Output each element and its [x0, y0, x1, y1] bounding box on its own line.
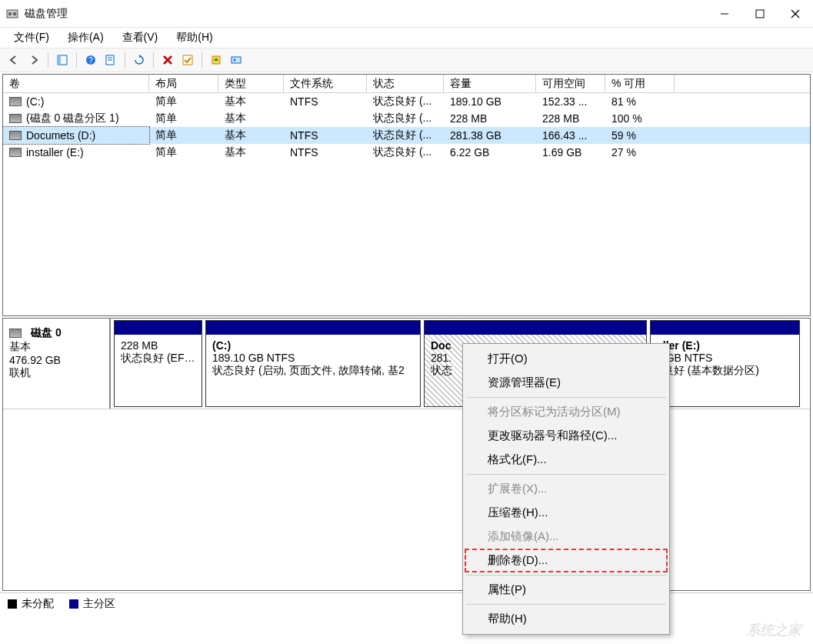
context-item: 扩展卷(X)...: [465, 477, 668, 501]
partition-status: 状态良好 (启动, 页面文件, 故障转储, 基2: [212, 364, 414, 378]
column-status[interactable]: 状态: [367, 75, 444, 92]
volume-row[interactable]: installer (E:) 简单 基本 NTFS 状态良好 (... 6.22…: [3, 144, 810, 161]
context-item[interactable]: 打开(O): [465, 347, 668, 371]
volume-name: Documets (D:): [26, 129, 95, 142]
context-item[interactable]: 格式化(F)...: [465, 448, 668, 472]
window-title: 磁盘管理: [25, 7, 68, 21]
svg-rect-1: [8, 12, 12, 15]
context-item[interactable]: 删除卷(D)...: [465, 549, 668, 572]
volume-capacity: 281.38 GB: [444, 127, 536, 144]
volume-type: 基本: [218, 93, 284, 110]
title-bar: 磁盘管理: [0, 0, 813, 28]
disk-icon: [9, 329, 22, 338]
settings-button[interactable]: [227, 51, 245, 69]
volume-icon: [9, 131, 22, 140]
partition-size: 189.10 GB NTFS: [212, 352, 414, 364]
partition[interactable]: 228 MB 状态良好 (EFI 系: [114, 320, 202, 407]
context-separator: [466, 474, 666, 475]
legend-unallocated-icon: [8, 599, 17, 609]
context-menu: 打开(O)资源管理器(E)将分区标记为活动分区(M)更改驱动器号和路径(C)..…: [462, 343, 670, 635]
help-button[interactable]: ?: [82, 51, 100, 69]
column-free[interactable]: 可用空间: [536, 75, 605, 92]
legend-primary-icon: [69, 599, 78, 609]
volume-free: 1.69 GB: [536, 144, 605, 161]
disk-graphic-panel: 磁盘 0 基本 476.92 GB 联机 228 MB 状态良好 (EFI 系 …: [2, 318, 811, 591]
context-item[interactable]: 属性(P): [465, 578, 668, 602]
column-capacity[interactable]: 容量: [444, 75, 536, 92]
volume-capacity: 6.22 GB: [444, 144, 536, 161]
context-item[interactable]: 资源管理器(E): [465, 371, 668, 395]
volume-fs: NTFS: [284, 127, 367, 144]
check-button[interactable]: [178, 51, 197, 69]
svg-rect-18: [232, 57, 241, 63]
volume-status: 状态良好 (...: [367, 144, 444, 161]
partition[interactable]: (C:) 189.10 GB NTFS 状态良好 (启动, 页面文件, 故障转储…: [205, 320, 421, 407]
volume-icon: [9, 114, 22, 123]
refresh-button[interactable]: [130, 51, 148, 69]
column-percent[interactable]: % 可用: [605, 75, 675, 92]
volume-fs: NTFS: [284, 144, 367, 161]
watermark: 系统之家: [746, 621, 801, 639]
volume-pct: 59 %: [605, 127, 675, 144]
disk-info[interactable]: 磁盘 0 基本 476.92 GB 联机: [3, 319, 111, 409]
window-controls: [707, 0, 813, 28]
up-button[interactable]: [207, 51, 225, 69]
show-hide-button[interactable]: [53, 51, 72, 69]
close-button[interactable]: [778, 0, 813, 28]
volume-capacity: 189.10 GB: [444, 93, 536, 110]
volume-free: 166.43 ...: [536, 127, 605, 144]
context-item[interactable]: 帮助(H): [465, 607, 668, 631]
volume-status: 状态良好 (...: [367, 110, 444, 127]
delete-button[interactable]: [158, 51, 177, 69]
volume-pct: 100 %: [605, 110, 675, 127]
volume-row[interactable]: (磁盘 0 磁盘分区 1) 简单 基本 状态良好 (... 228 MB 228…: [3, 110, 810, 127]
separator: [153, 52, 154, 68]
volume-icon: [9, 148, 22, 157]
separator: [125, 52, 125, 68]
minimize-button[interactable]: [707, 0, 742, 28]
properties-button[interactable]: [102, 51, 120, 69]
legend-unallocated-label: 未分配: [22, 597, 54, 611]
volume-free: 228 MB: [536, 110, 605, 127]
column-layout[interactable]: 布局: [149, 75, 218, 92]
volume-layout: 简单: [149, 144, 218, 161]
svg-rect-2: [13, 12, 16, 15]
disk-partitions: 228 MB 状态良好 (EFI 系 (C:) 189.10 GB NTFS 状…: [111, 319, 810, 409]
menu-view[interactable]: 查看(V): [115, 29, 166, 46]
svg-rect-8: [58, 55, 61, 65]
volume-status: 状态良好 (...: [367, 93, 444, 110]
partition-size: 2 GB NTFS: [657, 352, 793, 364]
column-volume[interactable]: 卷: [3, 75, 149, 92]
menu-help[interactable]: 帮助(H): [168, 29, 220, 46]
forward-button[interactable]: [25, 51, 43, 69]
separator: [202, 52, 202, 68]
column-type[interactable]: 类型: [218, 75, 284, 92]
context-item[interactable]: 更改驱动器号和路径(C)...: [465, 424, 668, 448]
partition-status: 5良好 (基本数据分区): [657, 364, 793, 378]
partition[interactable]: aller (E:) 2 GB NTFS 5良好 (基本数据分区): [650, 320, 800, 407]
menu-bar: 文件(F) 操作(A) 查看(V) 帮助(H): [0, 28, 813, 48]
column-fs[interactable]: 文件系统: [284, 75, 367, 92]
volume-layout: 简单: [149, 110, 218, 127]
partition-header: [115, 321, 202, 335]
volume-layout: 简单: [149, 93, 218, 110]
menu-operate[interactable]: 操作(A): [60, 29, 112, 46]
volume-type: 基本: [218, 144, 284, 161]
context-separator: [466, 397, 666, 398]
volume-row[interactable]: Documets (D:) 简单 基本 NTFS 状态良好 (... 281.3…: [3, 127, 810, 144]
disk-name: 磁盘 0: [31, 326, 62, 340]
partition-header: [206, 321, 420, 335]
context-item[interactable]: 压缩卷(H)...: [465, 501, 668, 525]
volume-status: 状态良好 (...: [367, 127, 444, 144]
disk-size: 476.92 GB: [9, 354, 103, 366]
svg-point-19: [234, 59, 236, 62]
partition-status: 状态良好 (EFI 系: [121, 352, 195, 365]
partition-size: 228 MB: [121, 339, 195, 352]
svg-text:?: ?: [88, 56, 93, 65]
back-button[interactable]: [5, 51, 23, 69]
menu-file[interactable]: 文件(F): [6, 29, 57, 46]
maximize-button[interactable]: [742, 0, 778, 28]
volume-type: 基本: [218, 127, 284, 144]
volume-row[interactable]: (C:) 简单 基本 NTFS 状态良好 (... 189.10 GB 152.…: [3, 93, 810, 110]
volume-name: (C:): [26, 95, 44, 108]
